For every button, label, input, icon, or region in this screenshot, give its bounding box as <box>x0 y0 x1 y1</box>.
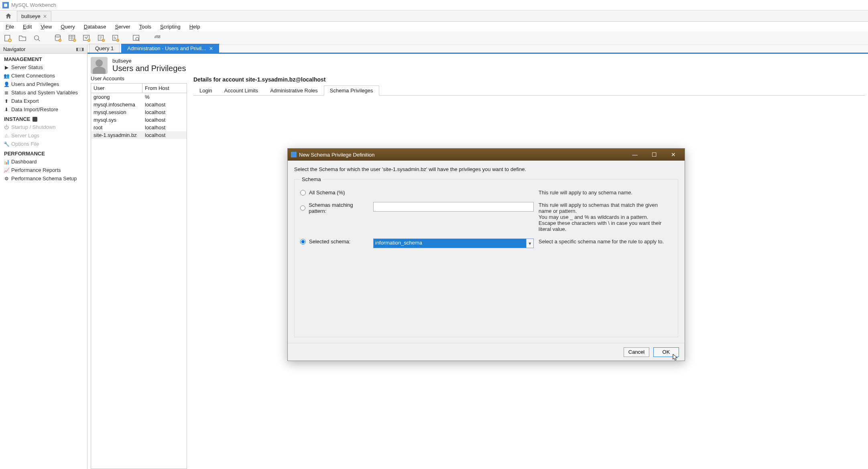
doc-tab[interactable]: Query 1 <box>89 44 120 53</box>
sub-tab-login[interactable]: Login <box>193 86 218 96</box>
home-button[interactable] <box>2 11 15 21</box>
doc-tab-label: Query 1 <box>95 45 114 51</box>
schema-group: Schema All Schema (%) This rule will app… <box>294 176 678 337</box>
instance-heading: INSTANCE <box>0 114 87 123</box>
dialog-app-icon <box>291 152 297 157</box>
table-row[interactable]: mysql.syslocalhost <box>91 116 187 124</box>
table-row[interactable]: site-1.sysadmin.bzlocalhost <box>91 131 187 139</box>
maximize-button[interactable]: ☐ <box>646 149 662 160</box>
nav-item-server-logs[interactable]: ⚠Server Logs <box>0 131 87 140</box>
schema-select-value: information_schema <box>374 239 526 248</box>
create-schema-button[interactable] <box>52 33 63 44</box>
col-fromhost[interactable]: From Host <box>142 84 187 93</box>
radio-selected-label: Selected schema: <box>309 239 350 245</box>
nav-item-startup-shutdown[interactable]: ⏻Startup / Shutdown <box>0 123 87 131</box>
search-table-data-button[interactable] <box>131 33 142 44</box>
cell-host: localhost <box>142 131 187 139</box>
dialog-title: New Schema Privilege Definition <box>299 152 375 158</box>
dialog-titlebar[interactable]: New Schema Privilege Definition — ☐ ✕ <box>288 149 685 161</box>
open-sql-button[interactable] <box>17 33 28 44</box>
nav-item-client-connections[interactable]: 👥Client Connections <box>0 71 87 80</box>
radio-pattern[interactable]: Schemas matching pattern: <box>300 202 368 214</box>
radio-all-input[interactable] <box>300 190 306 196</box>
nav-item-dashboard[interactable]: 📊Dashboard <box>0 157 87 166</box>
sub-tab-account-limits[interactable]: Account Limits <box>218 86 264 96</box>
cell-host: localhost <box>142 108 187 116</box>
menu-edit[interactable]: Edit <box>19 23 36 31</box>
page-subtitle: bullseye <box>112 58 186 64</box>
sub-tab-administrative-roles[interactable]: Administrative Roles <box>264 86 324 96</box>
minimize-button[interactable]: — <box>627 149 643 160</box>
nav-item-status-and-system-variables[interactable]: ≣Status and System Variables <box>0 88 87 97</box>
close-icon[interactable]: ✕ <box>43 14 47 19</box>
cell-user: site-1.sysadmin.bz <box>91 131 142 139</box>
all-schema-desc: This rule will apply to any schema name. <box>539 190 672 196</box>
nav-item-label: Performance Reports <box>11 167 61 173</box>
document-tabs: Query 1Administration - Users and Privil… <box>87 45 868 54</box>
nav-item-data-export[interactable]: ⬆Data Export <box>0 97 87 105</box>
cell-host: % <box>142 93 187 101</box>
nav-item-data-import-restore[interactable]: ⬇Data Import/Restore <box>0 105 87 114</box>
nav-item-label: Users and Privileges <box>11 81 59 87</box>
app-titlebar: MySQL Workbench <box>0 0 868 10</box>
table-row[interactable]: mysql.infoschemalocalhost <box>91 101 187 108</box>
ok-button[interactable]: OK <box>653 347 679 357</box>
cancel-button[interactable]: Cancel <box>624 347 649 357</box>
table-row[interactable]: mysql.sessionlocalhost <box>91 108 187 116</box>
close-button[interactable]: ✕ <box>665 149 681 160</box>
svg-text:fx: fx <box>114 36 116 40</box>
selected-desc: Select a specific schema name for the ru… <box>539 239 672 245</box>
nav-item-server-status[interactable]: ▶Server Status <box>0 63 87 71</box>
sub-tab-schema-privileges[interactable]: Schema Privileges <box>324 86 379 96</box>
connection-tab-bullseye[interactable]: bullseye ✕ <box>17 11 51 21</box>
menu-help[interactable]: Help <box>185 23 204 31</box>
nav-item-performance-reports[interactable]: 📈Performance Reports <box>0 166 87 174</box>
dialog-instruction: Select the Schema for which the user 'si… <box>294 166 678 172</box>
schema-group-legend: Schema <box>300 176 323 182</box>
svg-point-15 <box>136 37 138 40</box>
nav-item-icon: 📊 <box>3 159 10 165</box>
close-icon[interactable]: ✕ <box>209 46 213 51</box>
nav-item-icon: 👥 <box>3 73 10 79</box>
create-table-button[interactable] <box>67 33 78 44</box>
navigator-toggle-icon[interactable]: ◧◨ <box>76 47 84 52</box>
menu-file[interactable]: File <box>2 23 18 31</box>
nav-item-performance-schema-setup[interactable]: ⚙Performance Schema Setup <box>0 174 87 183</box>
pattern-input[interactable] <box>373 202 534 212</box>
content-area: Query 1Administration - Users and Privil… <box>87 45 868 469</box>
chevron-down-icon[interactable]: ▼ <box>526 239 533 248</box>
radio-selected[interactable]: Selected schema: <box>300 239 368 245</box>
nav-item-icon: ⚙ <box>3 175 10 182</box>
menu-database[interactable]: Database <box>80 23 110 31</box>
nav-item-options-file[interactable]: 🔧Options File <box>0 140 87 148</box>
nav-item-label: Startup / Shutdown <box>11 124 56 130</box>
nav-item-label: Performance Schema Setup <box>11 175 77 181</box>
create-function-button[interactable]: fx <box>110 33 121 44</box>
reconnect-button[interactable] <box>152 33 163 44</box>
connection-tabs: bullseye ✕ <box>0 10 868 22</box>
table-row[interactable]: groong% <box>91 93 187 101</box>
create-view-button[interactable] <box>81 33 92 44</box>
menu-server[interactable]: Server <box>111 23 134 31</box>
doc-tab-label: Administration - Users and Privil... <box>127 45 206 51</box>
inspector-button[interactable] <box>31 33 43 44</box>
cell-user: mysql.infoschema <box>91 101 142 108</box>
menu-view[interactable]: View <box>37 23 56 31</box>
schema-select[interactable]: information_schema ▼ <box>373 239 534 248</box>
navigator-panel: Navigator ◧◨ MANAGEMENT ▶Server Status👥C… <box>0 45 87 469</box>
doc-tab[interactable]: Administration - Users and Privil...✕ <box>121 44 219 53</box>
nav-item-icon: ⚠ <box>3 133 10 139</box>
col-user[interactable]: User <box>91 84 142 93</box>
new-sql-tab-button[interactable] <box>2 33 14 44</box>
menu-scripting[interactable]: Scripting <box>156 23 185 31</box>
radio-pattern-input[interactable] <box>300 205 305 211</box>
menu-query[interactable]: Query <box>57 23 79 31</box>
radio-selected-input[interactable] <box>300 239 306 245</box>
nav-item-users-and-privileges[interactable]: 👤Users and Privileges <box>0 80 87 88</box>
create-procedure-button[interactable] <box>96 33 107 44</box>
menu-tools[interactable]: Tools <box>135 23 155 31</box>
page-title: Users and Privileges <box>112 64 186 73</box>
cell-host: localhost <box>142 124 187 131</box>
table-row[interactable]: rootlocalhost <box>91 124 187 131</box>
radio-all-schema[interactable]: All Schema (%) <box>300 190 368 196</box>
